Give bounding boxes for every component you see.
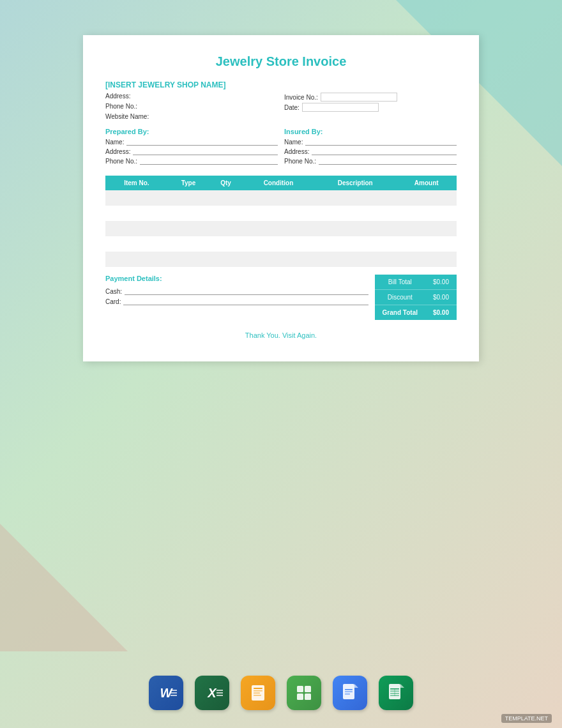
totals-container: Bill Total $0.00 Discount $0.00 Grand To… <box>375 275 457 320</box>
prepared-phone-label: Phone No.: <box>105 158 137 165</box>
cash-row: Cash: <box>105 287 368 295</box>
table-row[interactable] <box>105 221 457 236</box>
table-cell <box>314 206 397 221</box>
gsheets-icon[interactable] <box>379 676 413 710</box>
table-cell <box>243 190 314 206</box>
payment-details-label: Payment Details: <box>105 275 368 282</box>
bottom-icon-bar: W X <box>149 676 413 710</box>
prepared-name-label: Name: <box>105 139 124 146</box>
prepared-name-field[interactable] <box>126 138 278 146</box>
table-cell <box>209 221 243 236</box>
svg-marker-15 <box>400 684 404 688</box>
table-cell <box>396 190 457 206</box>
excel-lines <box>216 690 223 696</box>
table-cell <box>209 236 243 252</box>
col-item-no: Item No. <box>105 176 168 190</box>
table-cell <box>209 252 243 267</box>
numbers-icon[interactable] <box>287 676 321 710</box>
table-cell <box>243 206 314 221</box>
table-cell <box>105 236 168 252</box>
col-description: Description <box>314 176 397 190</box>
invoice-paper: Jewelry Store Invoice [INSERT JEWELRY SH… <box>83 35 479 361</box>
table-cell <box>168 236 209 252</box>
svg-rect-6 <box>305 686 311 692</box>
prepared-address-field[interactable] <box>133 148 278 155</box>
table-cell <box>314 252 397 267</box>
table-cell <box>168 190 209 206</box>
invoice-no-row: Invoice No.: <box>284 93 457 102</box>
table-cell <box>105 190 168 206</box>
col-amount: Amount <box>396 176 457 190</box>
prepared-by-section: Prepared By: Name: Address: Phone No.: <box>105 128 278 167</box>
cash-field[interactable] <box>125 287 368 295</box>
bill-total-value: $0.00 <box>425 275 457 290</box>
svg-marker-10 <box>354 684 358 688</box>
word-lines <box>171 690 177 696</box>
col-condition: Condition <box>243 176 314 190</box>
table-cell <box>105 221 168 236</box>
col-qty: Qty <box>209 176 243 190</box>
prepared-phone-field[interactable] <box>140 157 278 165</box>
table-row[interactable] <box>105 252 457 267</box>
table-cell <box>209 206 243 221</box>
address-row: Address: <box>105 93 278 102</box>
payment-section: Payment Details: Cash: Card: Bill Total … <box>105 275 457 320</box>
gdocs-svg <box>341 683 359 703</box>
svg-rect-11 <box>345 689 353 690</box>
insured-by-section: Insured By: Name: Address: Phone No.: <box>284 128 457 167</box>
card-row: Card: <box>105 298 368 305</box>
excel-icon[interactable]: X <box>195 676 229 710</box>
invoice-no-field[interactable] <box>321 93 397 102</box>
table-cell <box>314 221 397 236</box>
address-label: Address: <box>105 93 278 100</box>
svg-rect-2 <box>254 690 262 692</box>
table-row[interactable] <box>105 206 457 221</box>
insured-phone-field[interactable] <box>319 157 457 165</box>
table-cell <box>243 236 314 252</box>
prepared-address-label: Address: <box>105 148 130 155</box>
insured-name-label: Name: <box>284 139 303 146</box>
date-row: Date: <box>284 103 457 112</box>
excel-letter: X <box>208 686 216 701</box>
table-cell <box>396 206 457 221</box>
pages-icon[interactable] <box>241 676 275 710</box>
insured-by-label: Insured By: <box>284 128 457 135</box>
table-cell <box>396 252 457 267</box>
table-cell <box>105 206 168 221</box>
table-cell <box>243 221 314 236</box>
thank-you-message: Thank You. Visit Again. <box>105 331 457 339</box>
insured-phone-label: Phone No.: <box>284 158 316 165</box>
table-cell <box>105 252 168 267</box>
website-label: Website Name: <box>105 113 278 120</box>
spacer <box>284 113 457 120</box>
table-cell <box>209 190 243 206</box>
website-row: Website Name: <box>105 113 278 120</box>
svg-rect-4 <box>254 695 261 696</box>
table-row[interactable] <box>105 190 457 206</box>
table-row[interactable] <box>105 236 457 252</box>
date-field[interactable] <box>302 103 379 112</box>
phone-label: Phone No.: <box>105 103 278 110</box>
svg-rect-8 <box>305 694 311 700</box>
prepared-name-row: Name: <box>105 138 278 146</box>
date-label: Date: <box>284 104 300 111</box>
card-field[interactable] <box>123 298 368 305</box>
gdocs-icon[interactable] <box>333 676 367 710</box>
insured-name-field[interactable] <box>305 138 457 146</box>
discount-label: Discount <box>375 290 425 305</box>
insured-address-label: Address: <box>284 148 309 155</box>
invoice-no-label: Invoice No.: <box>284 94 318 101</box>
grand-total-label: Grand Total <box>375 305 425 321</box>
insured-address-field[interactable] <box>312 148 457 155</box>
bill-total-label: Bill Total <box>375 275 425 290</box>
prepared-address-row: Address: <box>105 148 278 155</box>
col-type: Type <box>168 176 209 190</box>
word-icon[interactable]: W <box>149 676 183 710</box>
svg-rect-13 <box>345 694 350 695</box>
table-cell <box>168 252 209 267</box>
discount-value: $0.00 <box>425 290 457 305</box>
invoice-table: Item No. Type Qty Condition Description … <box>105 176 457 267</box>
svg-rect-3 <box>254 693 260 694</box>
gsheets-svg <box>387 683 405 703</box>
prepared-phone-row: Phone No.: <box>105 157 278 165</box>
